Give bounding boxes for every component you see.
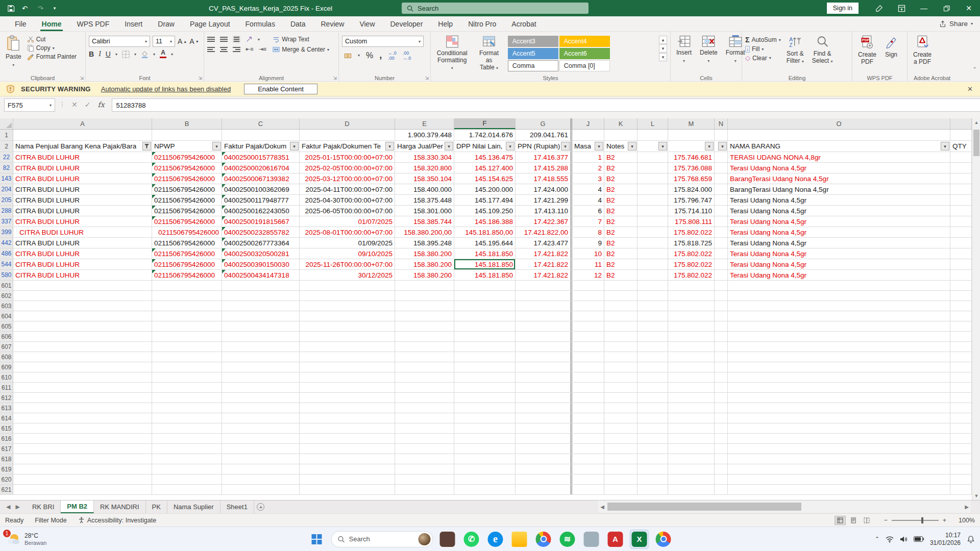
row-header-604[interactable]: 604 [0, 311, 13, 321]
cell-K611[interactable] [604, 383, 638, 392]
column-header-P[interactable] [950, 118, 972, 129]
cell-A442[interactable]: CITRA BUDI LUHUR [13, 238, 152, 248]
cell-G204[interactable]: 17.424.000 [516, 184, 571, 194]
number-format-select[interactable]: Custom▾ [342, 36, 424, 47]
cell-A613[interactable] [13, 403, 152, 413]
close-button[interactable]: ✕ [958, 0, 980, 16]
cell-O620[interactable] [728, 474, 950, 484]
header-cell-L[interactable]: ▾ [638, 141, 668, 152]
cell-J615[interactable] [571, 423, 604, 433]
row-header-2[interactable]: 2 [0, 141, 13, 152]
cell-A604[interactable] [13, 311, 152, 321]
header-cell-C[interactable]: Faktur Pajak/Dokum▾ [222, 141, 300, 152]
cell-M602[interactable] [668, 291, 715, 300]
cell-D205[interactable]: 2025-04-30T00:00:00+07:00 [300, 195, 395, 205]
cell-G337[interactable]: 17.422.367 [516, 216, 571, 227]
cell-L616[interactable] [638, 434, 668, 443]
cell-M616[interactable] [668, 434, 715, 443]
cell-B337[interactable]: 0211506795426000 [152, 216, 222, 227]
cancel-entry-icon[interactable]: ✕ [71, 101, 78, 109]
ink-pen-icon[interactable] [868, 0, 890, 16]
cell-M399[interactable]: 175.802.022 [668, 227, 715, 237]
column-header-D[interactable]: D [300, 118, 395, 129]
cell-F616[interactable] [454, 434, 516, 443]
cell-L601[interactable] [638, 281, 668, 290]
cell-A611[interactable] [13, 383, 152, 392]
row-header-486[interactable]: 486 [0, 248, 13, 259]
cell-D612[interactable] [300, 393, 395, 403]
cell-O337[interactable]: Terasi Udang Nona 4,5gr [728, 216, 950, 227]
cell-J621[interactable] [571, 485, 604, 494]
cell-D609[interactable] [300, 362, 395, 372]
cell-F337[interactable]: 145.186.388 [454, 216, 516, 227]
cell-O22[interactable]: TERASI UDANG NONA 4,8gr [728, 152, 950, 162]
cell-B442[interactable]: 0211506795426000 [152, 238, 222, 248]
cell-M82[interactable]: 175.736.088 [668, 163, 715, 173]
cell-E486[interactable]: 158.380.200 [395, 248, 454, 259]
cell-C601[interactable] [222, 281, 300, 290]
cell-K602[interactable] [604, 291, 638, 300]
cell-E22[interactable]: 158.330.304 [395, 152, 454, 162]
cell-N143[interactable] [715, 173, 728, 184]
cell-O608[interactable] [728, 352, 950, 362]
cell-K1[interactable] [604, 130, 638, 140]
column-header-E[interactable]: E [395, 118, 454, 129]
cell-D607[interactable] [300, 342, 395, 352]
cell-O603[interactable] [728, 301, 950, 311]
cell-K205[interactable]: B2 [604, 195, 638, 205]
header-cell-J[interactable]: Masa▾ [571, 141, 604, 152]
cell-F580[interactable]: 145.181.850 [454, 270, 516, 280]
row-header-605[interactable]: 605 [0, 321, 13, 331]
cell-C608[interactable] [222, 352, 300, 362]
cell-P613[interactable] [950, 403, 972, 413]
customize-qat-icon[interactable]: ▾ [54, 6, 56, 11]
cell-M608[interactable] [668, 352, 715, 362]
menu-tab-file[interactable]: File [7, 17, 34, 31]
cell-C1[interactable] [222, 130, 300, 140]
cell-B288[interactable]: 0211506795426000 [152, 206, 222, 216]
cell-A610[interactable] [13, 372, 152, 382]
cell-E616[interactable] [395, 434, 454, 443]
cell-O486[interactable]: Terasi Udang Nona 4,5gr [728, 248, 950, 259]
filter-dropdown-button-N[interactable]: ▾ [718, 142, 727, 151]
cell-L486[interactable] [638, 248, 668, 259]
cell-D617[interactable] [300, 444, 395, 454]
ribbon-display-options-icon[interactable] [890, 0, 913, 16]
cell-P607[interactable] [950, 342, 972, 352]
cell-D204[interactable]: 2025-04-11T00:00:00+07:00 [300, 184, 395, 194]
menu-tab-wps-pdf[interactable]: WPS PDF [69, 17, 117, 31]
cell-style-accent3[interactable]: Accent3 [508, 36, 558, 47]
align-right-icon[interactable] [233, 47, 240, 52]
italic-button[interactable]: I [99, 50, 101, 58]
cell-C580[interactable]: 04002500434147318 [222, 270, 300, 280]
cell-E601[interactable] [395, 281, 454, 290]
cell-L611[interactable] [638, 383, 668, 392]
cell-G605[interactable] [516, 321, 571, 331]
cell-C618[interactable] [222, 454, 300, 464]
cell-C602[interactable] [222, 291, 300, 300]
menu-tab-help[interactable]: Help [430, 17, 460, 31]
scroll-up-icon[interactable]: ▲ [972, 118, 980, 127]
cell-N607[interactable] [715, 342, 728, 352]
save-icon[interactable] [7, 5, 15, 12]
cell-P604[interactable] [950, 311, 972, 321]
cell-L606[interactable] [638, 332, 668, 341]
cell-E611[interactable] [395, 383, 454, 392]
cell-D442[interactable]: 01/09/2025 [300, 238, 395, 248]
header-cell-N[interactable]: ▾ [715, 141, 728, 152]
cell-O615[interactable] [728, 423, 950, 433]
cell-P610[interactable] [950, 372, 972, 382]
filter-dropdown-button-F[interactable]: ▾ [506, 142, 514, 151]
autosum-button[interactable]: Σ AutoSum ▾ [745, 36, 781, 44]
battery-icon[interactable] [914, 536, 924, 542]
cell-J606[interactable] [571, 332, 604, 341]
cell-F612[interactable] [454, 393, 516, 403]
confirm-entry-icon[interactable]: ✓ [85, 101, 91, 109]
cell-E544[interactable]: 158.380.200 [395, 259, 454, 269]
cell-O606[interactable] [728, 332, 950, 341]
cell-G615[interactable] [516, 423, 571, 433]
cell-J607[interactable] [571, 342, 604, 352]
taskbar-acrobat-icon[interactable]: A [606, 530, 625, 549]
taskbar-file-explorer-icon[interactable] [510, 530, 529, 549]
row-header-613[interactable]: 613 [0, 403, 13, 413]
